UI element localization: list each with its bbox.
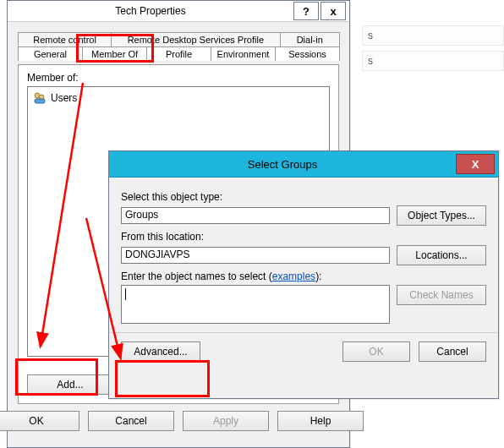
- tab-sessions[interactable]: Sessions: [275, 46, 340, 61]
- background-row: s: [362, 25, 504, 46]
- svg-rect-2: [35, 99, 45, 103]
- tab-profile[interactable]: Profile: [146, 46, 211, 61]
- tabs: Remote control Remote Desktop Services P…: [18, 32, 339, 64]
- text-caret: [125, 288, 126, 300]
- tab-remote-control[interactable]: Remote control: [18, 32, 112, 46]
- help-dialog-button[interactable]: Help: [277, 411, 364, 431]
- list-item-label: Users: [51, 92, 77, 104]
- ok-button[interactable]: OK: [0, 411, 79, 431]
- tab-general[interactable]: General: [18, 46, 83, 61]
- locations-button[interactable]: Locations...: [397, 245, 486, 265]
- close-button[interactable]: X: [456, 154, 495, 174]
- location-label: From this location:: [121, 231, 486, 243]
- tab-rds-profile[interactable]: Remote Desktop Services Profile: [111, 32, 280, 46]
- background-row: s: [362, 51, 504, 71]
- advanced-button[interactable]: Advanced...: [121, 341, 200, 362]
- object-names-label: Enter the object names to select (exampl…: [121, 270, 486, 282]
- check-names-button[interactable]: Check Names: [397, 285, 486, 305]
- select-groups-dialog: Select Groups X Select this object type:…: [108, 150, 499, 399]
- member-of-label: Member of:: [27, 72, 330, 84]
- tab-member-of[interactable]: Member Of: [82, 46, 147, 61]
- list-item[interactable]: Users: [33, 90, 324, 106]
- tab-environment[interactable]: Environment: [211, 46, 276, 61]
- object-types-button[interactable]: Object Types...: [397, 205, 486, 226]
- apply-button[interactable]: Apply: [183, 411, 269, 431]
- object-type-label: Select this object type:: [121, 191, 486, 203]
- tab-dial-in[interactable]: Dial-in: [280, 32, 340, 46]
- location-field[interactable]: DONGJIAVPS: [121, 247, 390, 264]
- dialog-title: Select Groups: [109, 158, 456, 171]
- object-type-field[interactable]: Groups: [121, 207, 390, 224]
- object-names-input[interactable]: [121, 285, 390, 324]
- window-title: Tech Properties: [8, 5, 293, 17]
- titlebar: Select Groups X: [109, 151, 498, 178]
- help-button[interactable]: ?: [293, 2, 319, 20]
- cancel-button[interactable]: Cancel: [88, 411, 174, 431]
- titlebar: Tech Properties ? x: [8, 1, 349, 22]
- group-icon: [33, 91, 47, 105]
- cancel-button[interactable]: Cancel: [419, 341, 486, 362]
- close-button[interactable]: x: [320, 2, 346, 20]
- ok-button[interactable]: OK: [342, 341, 410, 362]
- examples-link[interactable]: examples: [272, 270, 315, 282]
- add-button[interactable]: Add...: [27, 374, 113, 395]
